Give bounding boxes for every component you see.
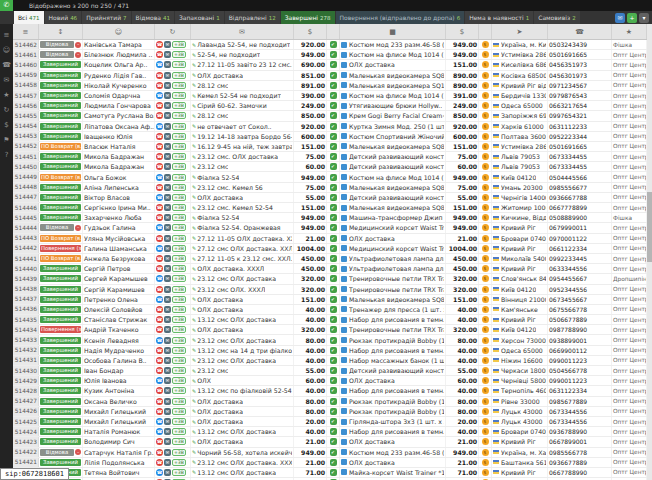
chat-icon[interactable]: ✉	[164, 337, 171, 344]
chat-icon[interactable]: ✉	[164, 377, 171, 384]
payment-status-icon[interactable]: $	[482, 265, 489, 272]
phone-col-icon[interactable]: ☎	[548, 24, 612, 39]
payment-status-icon[interactable]: $	[482, 102, 489, 109]
contacts-icon[interactable]: ☺	[83, 24, 155, 39]
refresh-icon[interactable]: ↻	[4, 107, 10, 114]
payment-status-icon[interactable]: $	[482, 224, 489, 231]
product-cell[interactable]: Маленькая видеокамера SQ8 (1	[340, 71, 446, 80]
binotel-badge[interactable]: +3В	[172, 194, 186, 201]
call-icon[interactable]: ☎	[156, 92, 163, 99]
comment-cell[interactable]: ✎ 23.12 смс	[191, 366, 294, 375]
payment-status-icon[interactable]: $	[482, 214, 489, 221]
comment-cell[interactable]: ✎ 27.12 11-05 завіто 23 12 смс..	[191, 60, 294, 69]
binotel-badge[interactable]: +3В	[172, 92, 186, 99]
binotel-badge[interactable]: +3В	[172, 112, 186, 119]
delivery-status-icon[interactable]: ✔	[330, 174, 337, 181]
comment-cell[interactable]: ✎ 16.12 9-45 на ній, теж завтра..	[191, 142, 294, 151]
status-badge[interactable]: Завершений	[40, 153, 81, 160]
payment-status-icon[interactable]: $	[482, 245, 489, 252]
product-cell[interactable]: Медицинский корсет Waist Trai	[340, 244, 446, 253]
help-icon[interactable]: ?	[5, 152, 9, 159]
refresh-icon[interactable]: ↻	[155, 24, 191, 39]
product-cell[interactable]: Набор для рисования в темн.	[340, 427, 446, 436]
delivery-status-icon[interactable]: ✔	[330, 408, 337, 415]
comment-cell[interactable]: ✎ Лаванда 52-54, не подходит	[191, 40, 294, 49]
comment-cell[interactable]: ✎ ОЛХ	[191, 376, 294, 385]
payment-status-icon[interactable]: $	[482, 82, 489, 89]
delivery-status-icon[interactable]: ✔	[330, 418, 337, 425]
binotel-badge[interactable]: +3В	[172, 265, 186, 272]
mail-button[interactable]: ✉	[615, 13, 625, 23]
payment-status-icon[interactable]: $	[482, 174, 489, 181]
edit-comment-icon[interactable]: ✎	[192, 449, 196, 455]
status-cell[interactable]: Завершений –	[39, 81, 83, 90]
status-cell[interactable]: Завершений –	[39, 183, 83, 192]
binotel-badge[interactable]: +3В	[172, 459, 186, 466]
table-row[interactable]: 514420 Завершений – Тетяна Войтович ☎ ✉ …	[13, 468, 647, 478]
payment-status-icon[interactable]: $	[482, 112, 489, 119]
comment-cell[interactable]: ✎ Сірий 60-62. Замочки	[191, 101, 294, 110]
table-row[interactable]: 514432 Завершений – Надія Мудраченко ☎ ✉…	[13, 346, 647, 356]
comment-cell[interactable]: ✎ 23.12 смс ОЛХ. ХХХЛ	[191, 285, 294, 294]
status-cell[interactable]: Завершений –	[39, 60, 83, 69]
product-cell[interactable]: Набор массажных банок (1 шт	[340, 356, 446, 365]
edit-comment-icon[interactable]: ✎	[192, 306, 196, 312]
binotel-badge[interactable]: +3В	[172, 449, 186, 456]
product-cell[interactable]: Маленькая видеокамера SQ8 +	[340, 142, 446, 151]
status-badge[interactable]: Завершений	[40, 72, 81, 79]
edit-comment-icon[interactable]: ✎	[192, 123, 196, 129]
edit-comment-icon[interactable]: ✎	[192, 429, 196, 435]
call-icon[interactable]: ☎	[156, 143, 163, 150]
binotel-badge[interactable]: +3В	[172, 326, 186, 333]
table-row[interactable]: 514460 Завершений – Коцелик Ольга Ар.. ☎…	[13, 60, 647, 70]
status-cell[interactable]: Завершений –	[39, 285, 83, 294]
status-badge[interactable]: Завершений	[40, 102, 81, 109]
call-icon[interactable]: ☎	[156, 163, 163, 170]
status-cell[interactable]: Завершений –	[39, 71, 83, 80]
status-cell[interactable]: ПО Возврат (в.. –	[39, 172, 83, 181]
payment-status-icon[interactable]: $	[482, 143, 489, 150]
chat-icon[interactable]: ✉	[164, 296, 171, 303]
binotel-badge[interactable]: +3В	[172, 102, 186, 109]
payment-status-icon[interactable]: $	[482, 337, 489, 344]
table-row[interactable]: 514462 Відмова – Канівська Тамара ☎ ✉ +3…	[13, 40, 647, 50]
chat-icon[interactable]: ✉	[164, 143, 171, 150]
product-cell[interactable]: ОЛХ доставка	[340, 437, 446, 446]
status-cell[interactable]: Повернення (з.. –	[39, 244, 83, 253]
payment-status-icon[interactable]: $	[482, 408, 489, 415]
chat-icon[interactable]: ✉	[164, 428, 171, 435]
table-row[interactable]: 514437 Завершений – Петренко Олена ☎ ✉ +…	[13, 295, 647, 305]
region-icon[interactable]: ➤	[492, 24, 548, 39]
comment-icon[interactable]: ✉	[191, 24, 294, 39]
payment-status-icon[interactable]: $	[482, 296, 489, 303]
edit-comment-icon[interactable]: ✎	[192, 205, 196, 211]
chat-icon[interactable]: ✉	[164, 92, 171, 99]
payment-status-icon[interactable]: $	[482, 286, 489, 293]
edit-comment-icon[interactable]: ✎	[192, 388, 196, 394]
status-cell[interactable]: Завершений –	[39, 162, 83, 171]
chat-icon[interactable]: ✉	[164, 184, 171, 191]
payment-status-icon[interactable]: $	[482, 61, 489, 68]
chat-icon[interactable]: ✉	[164, 265, 171, 272]
status-badge[interactable]: Завершений	[40, 194, 81, 201]
chat-icon[interactable]: ✉	[164, 418, 171, 425]
product-cell[interactable]: Крем Gogi Berry Facial Cream+3	[340, 111, 446, 120]
chat-icon[interactable]: ✉	[164, 235, 171, 242]
payment-status-icon[interactable]: $	[482, 469, 489, 476]
mail-icon[interactable]: ✉	[4, 77, 10, 84]
chat-icon[interactable]: ✉	[164, 224, 171, 231]
edit-comment-icon[interactable]: ✎	[192, 337, 196, 343]
chat-icon[interactable]: ✉	[164, 51, 171, 58]
payment-status-icon[interactable]: $	[482, 275, 489, 282]
status-cell[interactable]: Завершений –	[39, 315, 83, 324]
delivery-status-icon[interactable]: ✔	[330, 377, 337, 384]
product-payment-icon[interactable]: $	[446, 24, 479, 39]
comment-cell[interactable]: ✎ Чорний 56-58, хотела искейч..	[191, 448, 294, 457]
edit-comment-icon[interactable]: ✎	[192, 154, 196, 160]
menu-icon[interactable]: ≡	[4, 32, 10, 39]
chat-icon[interactable]: ✉	[164, 255, 171, 262]
product-cell[interactable]: Медицинский корсет Waist Trai	[340, 223, 446, 232]
product-cell[interactable]: Тренировочные петли TRX Train	[340, 285, 446, 294]
status-tab[interactable]: Повернення (відправлено до дропа) 6	[336, 11, 465, 24]
status-badge[interactable]: Завершений	[40, 367, 81, 374]
